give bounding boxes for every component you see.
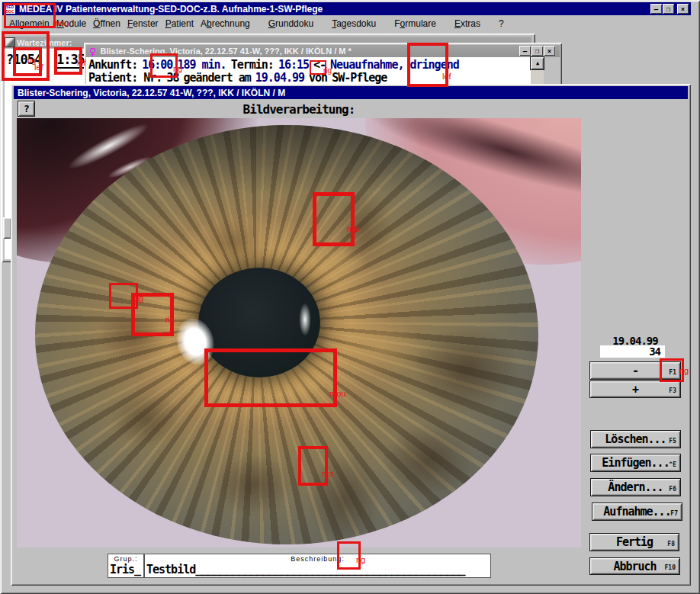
wartezimmer-wait-time: 1:35 bbox=[56, 52, 85, 69]
insert-button-label: Einfügen... bbox=[602, 456, 669, 470]
group-field[interactable]: Grup.: Iris_ bbox=[108, 554, 143, 577]
von-label: von bbox=[309, 71, 327, 85]
minus-button-label: - bbox=[632, 364, 638, 377]
done-button-key: F8 bbox=[667, 541, 675, 547]
delete-button-key: F5 bbox=[669, 438, 676, 445]
patient-nr-label: Patient: Nr. bbox=[88, 71, 162, 85]
ankunft-time: 16:00 bbox=[142, 58, 172, 72]
close-icon[interactable]: × bbox=[544, 46, 555, 56]
wait-duration: 189 min. bbox=[177, 58, 226, 72]
cancel-button-label: Abbruch bbox=[613, 560, 656, 573]
patient-window-titlebar: ♀ Blister-Schering, Victoria, 22.12.57 4… bbox=[86, 45, 560, 57]
wartezimmer-icon bbox=[5, 38, 14, 47]
menu-item-extras[interactable]: Extras bbox=[454, 18, 480, 29]
plus-button-label: + bbox=[632, 383, 638, 397]
scroll-up-icon[interactable]: ▲ bbox=[531, 57, 544, 69]
menu-item-allgemein[interactable]: Allgemein bbox=[9, 18, 50, 29]
image-number-field[interactable]: 34 bbox=[600, 345, 665, 358]
female-gender-icon: ♀ bbox=[89, 46, 97, 57]
menu-item-fenster[interactable]: Fenster bbox=[127, 18, 159, 29]
medea-main-window: SED DOC MEDEA IV Patientenverwaltung-SED… bbox=[0, 0, 700, 594]
app-icon-text-bottom: DOC bbox=[5, 9, 14, 14]
delete-button-label: Löschen... bbox=[605, 432, 666, 446]
changed-date: 19.04.99 bbox=[255, 71, 304, 85]
delete-button[interactable]: Löschen... F5 bbox=[591, 431, 680, 448]
menu-item-abrechnung[interactable]: Abrechnung bbox=[201, 18, 250, 29]
main-titlebar: SED DOC MEDEA IV Patientenverwaltung-SED… bbox=[2, 2, 691, 15]
maximize-icon[interactable]: ❐ bbox=[663, 4, 674, 14]
wartezimmer-title: Wartezimmer: bbox=[17, 38, 72, 47]
capture-button[interactable]: Aufnahme... F7 bbox=[592, 503, 682, 520]
ankunft-label: Ankunft: bbox=[88, 58, 137, 72]
maximize-icon[interactable]: ❐ bbox=[531, 46, 543, 56]
menu-item-tagesdoku[interactable]: Tagesdoku bbox=[332, 18, 376, 29]
cancel-button-key: F10 bbox=[665, 564, 676, 571]
done-button[interactable]: Fertig F8 bbox=[590, 534, 679, 551]
admission-status: Neuaufnahme, dringend bbox=[330, 58, 459, 72]
menu-item-formulare[interactable]: Formulare bbox=[394, 18, 436, 29]
patient-nr: 38 bbox=[166, 71, 178, 85]
next-image-button[interactable]: + F3 bbox=[590, 381, 680, 397]
app-icon[interactable]: SED DOC bbox=[5, 4, 15, 14]
main-window-title: MEDEA IV Patientenverwaltung-SED-DOC-z.B… bbox=[19, 4, 323, 14]
insert-button-key: ^E bbox=[669, 461, 676, 468]
menu-item-grunddoku[interactable]: Grunddoku bbox=[268, 18, 313, 29]
patient-window-controls: – ❐ × bbox=[519, 46, 555, 56]
iris-photo: nos rig rig mou nos bbox=[17, 118, 581, 547]
patient-changed-line: Patient: Nr.38geändert am19.04.99vonSW-P… bbox=[88, 71, 391, 85]
menu-item-module[interactable]: Module bbox=[56, 18, 86, 29]
cancel-button[interactable]: Abbruch F10 bbox=[590, 558, 679, 574]
close-icon[interactable]: × bbox=[677, 4, 689, 14]
termin-label: Termin: bbox=[231, 58, 274, 72]
minimize-icon[interactable]: – bbox=[650, 4, 662, 14]
minus-button-key: F1 bbox=[669, 369, 676, 376]
changed-label: geändert am bbox=[183, 71, 250, 85]
plus-button-key: F3 bbox=[669, 387, 676, 394]
capture-button-label: Aufnahme... bbox=[603, 505, 670, 519]
image-processing-window: Blister-Schering, Victoria, 22.12.57 41-… bbox=[11, 84, 691, 586]
main-window-controls: – ❐ × bbox=[650, 4, 689, 14]
menu-item-patient[interactable]: Patient bbox=[165, 18, 194, 29]
description-field-label: Beschreibung: bbox=[145, 555, 490, 563]
capture-button-key: F7 bbox=[670, 510, 678, 517]
changed-by: SW-Pflege bbox=[332, 71, 387, 85]
edit-button-label: Ändern... bbox=[608, 480, 663, 494]
patient-window-title: Blister-Schering, Victoria, 22.12.57 41-… bbox=[101, 47, 352, 56]
edit-button-key: F6 bbox=[669, 486, 676, 493]
insert-button[interactable]: Einfügen... ^E bbox=[591, 454, 680, 471]
group-field-label: Grup.: bbox=[108, 555, 143, 563]
image-window-titlebar: Blister-Schering, Victoria, 22.12.57 41-… bbox=[14, 86, 688, 99]
image-window-title: Blister-Schering, Victoria, 22.12.57 41-… bbox=[18, 88, 285, 98]
edit-button[interactable]: Ändern... F6 bbox=[591, 479, 680, 496]
group-field-value: Iris_ bbox=[110, 563, 140, 576]
menu-item-öffnen[interactable]: Öffnen bbox=[93, 18, 120, 29]
done-button-label: Fertig bbox=[616, 535, 653, 549]
previous-image-button[interactable]: - F1 bbox=[590, 362, 680, 379]
description-field[interactable]: Beschreibung: Testbild__________________… bbox=[145, 554, 490, 577]
termin-time: 16:15 bbox=[278, 58, 309, 72]
page-title: Bildverarbeitung: bbox=[17, 102, 581, 117]
description-field-value: Testbild________________________________… bbox=[146, 563, 465, 576]
patient-arrival-line: Ankunft:16:00189 min.Termin:16:15<-Neuau… bbox=[88, 58, 464, 72]
flash-highlight-small bbox=[299, 303, 311, 336]
minimize-icon[interactable]: – bbox=[519, 46, 531, 56]
arrow-text: <- bbox=[313, 58, 326, 72]
wartezimmer-patient-count: ?1054 bbox=[6, 52, 41, 67]
menu-item-?[interactable]: ? bbox=[499, 18, 504, 29]
main-menubar: AllgemeinModuleÖffnenFensterPatientAbrec… bbox=[2, 16, 691, 31]
